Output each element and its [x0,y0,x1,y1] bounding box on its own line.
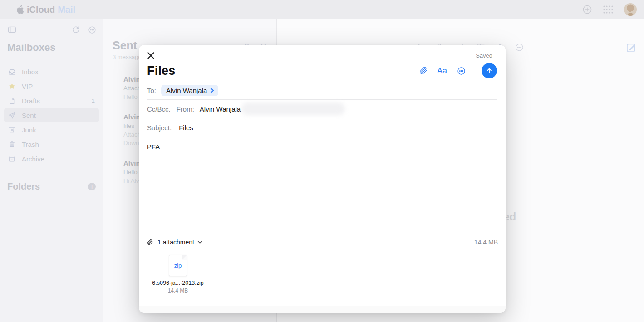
user-avatar[interactable] [624,3,637,16]
close-icon[interactable] [147,51,156,60]
zip-file-icon: zip [169,255,187,276]
message-body-editor[interactable]: PFA [139,137,506,232]
folders-title: Folders [7,181,88,192]
to-field[interactable]: To: Alvin Wanjala [147,81,497,100]
add-icon[interactable] [582,5,592,15]
from-value: Alvin Wanjala [200,105,241,113]
compose-icon[interactable] [626,42,637,53]
brand-mail-text: Mail [58,5,75,15]
junk-icon [7,126,16,134]
add-folder-icon[interactable]: + [88,183,96,190]
more-options-icon[interactable] [88,25,97,34]
compose-title: Files [147,64,419,78]
chevron-down-icon[interactable] [197,240,202,244]
ccbcc-label: Cc/Bcc, [147,105,171,113]
message-body-text: PFA [147,143,160,151]
compose-footer-bar [139,306,506,313]
attachment-filename: 6.s096-ja...-2013.zip [146,280,210,286]
to-label: To: [147,87,156,94]
sidebar-item-vip[interactable]: VIP [4,79,99,93]
drafts-count-badge: 1 [92,98,97,104]
attachments-total-size: 14.4 MB [474,239,498,246]
subject-field[interactable]: Subject: Files [147,118,497,137]
document-icon [7,97,16,105]
top-bar: iCloud Mail [0,0,644,19]
sidebar-item-drafts[interactable]: Drafts 1 [4,93,99,108]
sidebar-item-label: Archive [22,155,44,163]
format-text-icon[interactable]: Aa [437,66,447,76]
subject-label: Subject: [147,124,172,132]
attachment-item[interactable]: zip 6.s096-ja...-2013.zip 14.4 MB [146,255,210,294]
app-grid-icon[interactable] [602,5,614,14]
sidebar-item-label: Inbox [22,68,39,76]
from-label: From: [177,105,194,113]
save-status: Saved [476,51,498,59]
archive-box-icon [7,155,16,163]
send-button[interactable] [482,63,497,78]
more-compose-options-icon[interactable] [457,66,466,76]
file-type-label: zip [169,262,187,269]
brand-icloud-text: iCloud [27,5,55,15]
attachment-filesize: 14.4 MB [146,288,210,294]
inbox-icon [7,68,16,76]
icloud-brand: iCloud Mail [16,5,75,15]
mailboxes-title: Mailboxes [7,42,103,54]
arrow-up-icon [485,67,493,75]
toggle-sidebar-icon[interactable] [7,25,17,34]
recipient-name: Alvin Wanjala [166,87,207,94]
sidebar-item-sent[interactable]: Sent [4,108,99,122]
attachments-section: 1 attachment 14.4 MB zip 6.s096-ja...-20… [139,232,506,306]
paperclip-icon [147,239,153,246]
sidebar-item-inbox[interactable]: Inbox [4,64,99,79]
sidebar-item-label: Trash [22,141,39,148]
mailboxes-sidebar: Mailboxes Inbox VIP Drafts 1 [0,19,103,322]
sidebar-item-label: Sent [22,112,36,119]
sidebar-item-label: VIP [22,83,33,90]
ccbcc-from-field[interactable]: Cc/Bcc, From: Alvin Wanjala [147,100,497,118]
compose-window: Saved Files Aa To: Alvin Wanjala Cc/Bcc, [139,45,506,313]
trash-icon [7,140,16,148]
sidebar-item-trash[interactable]: Trash [4,137,99,151]
attachment-count: 1 attachment [157,239,194,246]
redacted-email-address [241,102,345,115]
paper-plane-icon [7,111,16,120]
sidebar-item-label: Junk [22,126,36,134]
recipient-chip[interactable]: Alvin Wanjala [161,85,218,96]
sidebar-item-archive[interactable]: Archive [4,151,99,166]
subject-value: Files [179,124,193,132]
sidebar-item-label: Drafts [22,97,40,105]
refresh-icon[interactable] [71,25,80,34]
sidebar-item-junk[interactable]: Junk [4,122,99,137]
apple-logo-icon [16,5,24,14]
more-actions-icon[interactable] [515,43,524,52]
chevron-right-icon [210,88,214,93]
attach-file-icon[interactable] [419,66,428,75]
star-icon [7,82,16,91]
